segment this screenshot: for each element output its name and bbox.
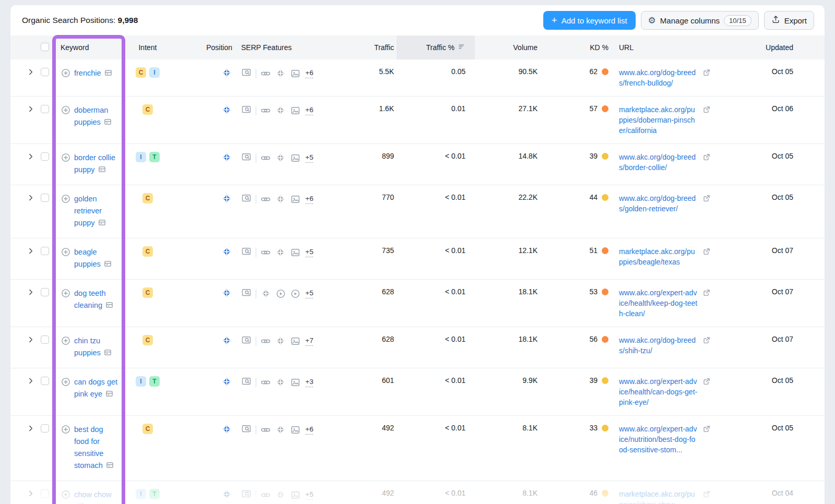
sparkle-serp-icon[interactable] [275,194,286,205]
intent-badge-C[interactable]: C [142,246,153,257]
sparkle-serp-icon[interactable] [275,152,286,163]
serp-preview-icon[interactable] [241,376,252,388]
serp-more-features[interactable]: +5 [305,490,313,500]
url-link[interactable]: www.akc.org/expert-advice/health/keep-do… [619,287,698,319]
sparkle-serp-icon[interactable] [275,377,286,388]
intent-badge-I[interactable]: I [149,67,160,78]
add-keyword-icon[interactable] [61,68,71,80]
column-header-volume[interactable]: Volume [475,35,543,59]
add-keyword-icon[interactable] [61,152,71,177]
serp-preview-icon[interactable] [241,335,252,347]
expand-row-chevron-icon[interactable] [27,105,34,114]
image-serp-icon[interactable] [290,336,301,346]
column-header-url[interactable]: URL [611,35,741,59]
serp-snapshot-icon[interactable] [105,301,113,313]
column-header-position[interactable]: Position [177,35,234,59]
serp-preview-icon[interactable] [241,104,252,116]
expand-row-chevron-icon[interactable] [27,490,34,499]
row-checkbox[interactable] [41,68,49,76]
serp-preview-icon[interactable] [241,152,252,164]
url-link[interactable]: www.akc.org/dog-breeds/shih-tzu/ [619,335,698,356]
serp-snapshot-icon[interactable] [104,348,112,360]
url-link[interactable]: www.akc.org/expert-advice/nutrition/best… [619,424,698,455]
row-checkbox[interactable] [41,105,49,113]
keyword-link[interactable]: chow chow [74,490,112,499]
serp-more-features[interactable]: +7 [305,337,313,346]
serp-snapshot-icon[interactable] [106,461,114,473]
image-serp-icon[interactable] [290,377,301,388]
image-serp-icon[interactable] [290,490,301,500]
keyword-link[interactable]: chin tzu puppies [74,337,101,357]
serp-more-features[interactable]: +6 [305,106,313,115]
url-link[interactable]: marketplace.akc.org/puppies/chow-chow [619,489,698,504]
export-button[interactable]: Export [764,11,814,30]
intent-badge-C[interactable]: C [142,104,153,115]
sparkle-serp-icon[interactable] [275,105,286,116]
image-serp-icon[interactable] [290,247,301,258]
link-serp-icon[interactable] [260,490,271,500]
column-header-traffic[interactable]: Traffic [318,35,397,59]
url-link[interactable]: marketplace.akc.org/puppies/doberman-pin… [619,104,698,136]
url-link[interactable]: marketplace.akc.org/puppies/beagle/texas [619,246,698,267]
ai-overview-position-icon[interactable] [221,109,232,117]
intent-badge-I[interactable]: I [136,152,146,162]
link-serp-icon[interactable] [260,377,271,388]
link-serp-icon[interactable] [260,247,271,258]
intent-badge-T[interactable]: T [149,489,160,499]
intent-badge-C[interactable]: C [142,424,153,434]
serp-preview-icon[interactable] [241,424,252,436]
serp-snapshot-icon[interactable] [105,389,113,401]
image-serp-icon[interactable] [290,68,301,79]
sparkle-serp-icon[interactable] [275,489,286,500]
column-header-keyword[interactable]: Keyword [54,35,125,59]
external-link-icon[interactable] [702,336,711,356]
row-checkbox[interactable] [41,152,49,161]
column-header-updated[interactable]: Updated [741,35,825,59]
add-keyword-icon[interactable] [61,377,71,401]
link-serp-icon[interactable] [260,105,271,116]
intent-badge-T[interactable]: T [149,376,160,387]
image-serp-icon[interactable] [290,194,301,205]
expand-row-chevron-icon[interactable] [27,289,34,297]
url-link[interactable]: www.akc.org/expert-advice/health/can-dog… [619,376,698,407]
select-all-checkbox[interactable] [41,43,49,51]
ai-overview-position-icon[interactable] [221,71,232,80]
column-header-traffic-pct[interactable]: Traffic % [397,35,475,59]
serp-more-features[interactable]: +6 [305,69,313,78]
expand-row-chevron-icon[interactable] [27,68,34,77]
intent-badge-I[interactable]: I [136,376,146,387]
serp-snapshot-icon[interactable] [104,117,112,129]
add-keyword-icon[interactable] [61,247,71,271]
serp-more-features[interactable]: +5 [305,153,313,163]
external-link-icon[interactable] [702,289,711,319]
external-link-icon[interactable] [702,105,711,136]
intent-badge-C[interactable]: C [142,287,153,298]
sparkle-serp-icon[interactable] [260,288,271,299]
play-serp-icon[interactable] [290,289,301,299]
serp-snapshot-icon[interactable] [98,165,106,177]
add-keyword-icon[interactable] [61,335,71,360]
ai-overview-position-icon[interactable] [221,156,232,164]
add-keyword-icon[interactable] [61,288,71,313]
ai-overview-position-icon[interactable] [221,428,232,436]
play-serp-icon[interactable] [276,289,286,299]
keyword-link[interactable]: beagle puppies [74,248,101,268]
row-checkbox[interactable] [41,335,49,344]
ai-overview-position-icon[interactable] [221,250,232,259]
keyword-link[interactable]: doberman puppies [74,106,108,126]
serp-snapshot-icon[interactable] [104,259,112,271]
serp-snapshot-icon[interactable] [77,502,85,504]
row-checkbox[interactable] [41,377,49,385]
add-keyword-icon[interactable] [61,489,71,504]
serp-preview-icon[interactable] [241,193,252,205]
column-header-kd[interactable]: KD % [543,35,611,59]
serp-preview-icon[interactable] [241,287,252,299]
expand-row-chevron-icon[interactable] [27,194,34,203]
serp-preview-icon[interactable] [241,489,252,501]
external-link-icon[interactable] [702,153,711,173]
ai-overview-position-icon[interactable] [221,339,232,347]
link-serp-icon[interactable] [260,153,271,163]
serp-snapshot-icon[interactable] [98,218,106,230]
url-link[interactable]: www.akc.org/dog-breeds/golden-retriever/ [619,193,698,214]
expand-row-chevron-icon[interactable] [27,425,34,434]
